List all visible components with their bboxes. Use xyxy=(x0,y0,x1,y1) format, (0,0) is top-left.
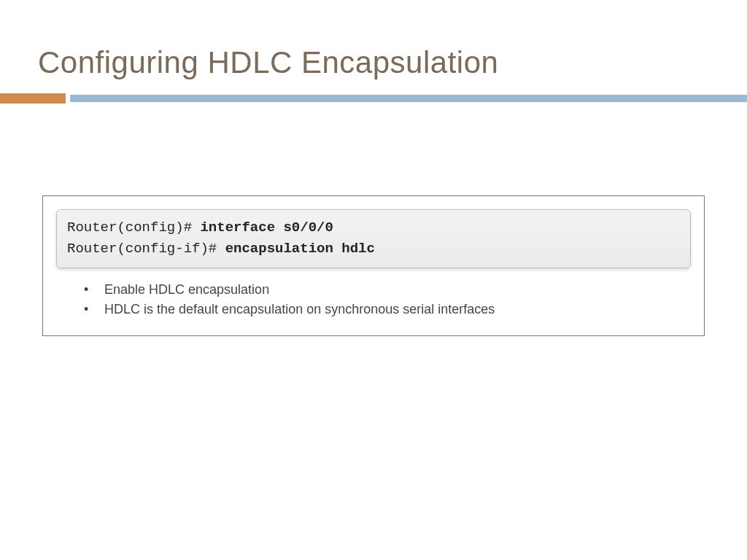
bullet-item: HDLC is the default encapsulation on syn… xyxy=(84,300,691,319)
terminal-command-2: encapsulation hdlc xyxy=(225,241,375,257)
terminal-prompt-1: Router(config)# xyxy=(67,219,200,236)
terminal-panel: Router(config)# interface s0/0/0 Router(… xyxy=(56,209,691,268)
terminal-prompt-2: Router(config-if)# xyxy=(67,241,225,257)
terminal-command-1: interface s0/0/0 xyxy=(200,219,333,236)
slide-title: Configuring HDLC Encapsulation xyxy=(0,0,747,93)
terminal-line-1: Router(config)# interface s0/0/0 xyxy=(67,217,680,238)
content-box: Router(config)# interface s0/0/0 Router(… xyxy=(42,195,705,336)
bullet-item: Enable HDLC encapsulation xyxy=(84,280,691,300)
bullet-list: Enable HDLC encapsulation HDLC is the de… xyxy=(56,280,691,319)
terminal-line-2: Router(config-if)# encapsulation hdlc xyxy=(67,238,680,260)
accent-bar xyxy=(0,93,747,104)
accent-blue-segment xyxy=(70,95,747,102)
accent-orange-segment xyxy=(0,93,66,104)
